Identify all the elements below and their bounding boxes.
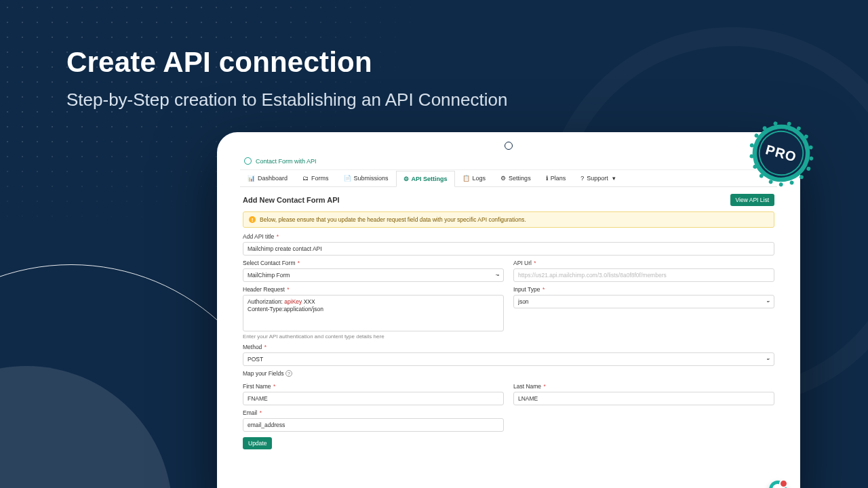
gear-icon: ⚙ [500,175,506,182]
info-icon: ℹ [546,175,548,182]
tab-dashboard[interactable]: 📊Dashboard [240,170,295,186]
api-url-label: API Url * [513,260,774,266]
api-title-input[interactable] [243,242,774,256]
api-title-label: Add API title * [243,233,774,240]
warning-icon [249,216,256,223]
method-label: Method * [243,344,774,350]
app-logo-icon [244,157,252,165]
tab-plans[interactable]: ℹPlans [538,170,574,186]
page-heading: Add New Contact Form API [243,196,340,204]
forms-icon: 🗂 [302,175,309,182]
svg-point-8 [806,166,811,171]
svg-point-12 [768,180,773,184]
tab-bar: 📊Dashboard 🗂Forms 📄Submissions ⚙API Sett… [240,170,777,187]
app-title: Contact Form with API [256,158,317,165]
input-type-label: Input Type * [513,286,774,293]
svg-point-7 [809,156,814,161]
first-name-input[interactable] [243,392,504,405]
app-screen: Contact Form with API 🔔 📊Dashboard 🗂Form… [240,154,777,488]
tab-support[interactable]: ?Support ▾ [573,170,623,186]
contact-form-label: Select Contact Form * [243,260,504,266]
svg-point-18 [762,126,767,131]
svg-point-19 [773,121,778,126]
last-name-input[interactable] [513,392,774,405]
tab-submissions[interactable]: 📄Submissions [336,170,396,186]
svg-point-4 [796,126,801,131]
laptop-frame: Contact Form with API 🔔 📊Dashboard 🗂Form… [217,132,800,488]
svg-point-10 [789,180,794,185]
api-url-input[interactable] [513,268,774,282]
submissions-icon: 📄 [344,175,351,182]
header-request-textarea[interactable]: Authorization: apiKey XXX Content-Type:a… [243,295,504,331]
pro-badge: PRO [743,115,820,192]
method-select[interactable]: POST [243,352,774,366]
svg-point-14 [753,164,757,169]
bar-chart-icon: 📊 [248,175,255,182]
view-api-list-button[interactable]: View API List [730,194,774,206]
last-name-label: Last Name * [513,383,774,390]
svg-point-6 [808,145,813,150]
header-help-text: Enter your API authentication and conten… [243,333,504,340]
alert-banner: Below, please ensure that you update the… [243,211,774,228]
svg-point-13 [759,174,764,178]
contact-form-select[interactable]: MailChimp Form [243,268,504,282]
hero-title: Create API connection [66,46,372,79]
svg-point-17 [754,133,759,138]
email-label: Email * [243,409,504,416]
svg-point-15 [749,154,754,159]
gear-icon: ⚙ [403,176,409,182]
tab-logs[interactable]: 📋Logs [455,170,494,186]
help-icon: ? [580,175,584,182]
email-input[interactable] [243,418,504,432]
tab-forms[interactable]: 🗂Forms [295,170,336,186]
svg-point-9 [799,175,804,180]
svg-point-5 [804,134,808,139]
app-header: Contact Form with API 🔔 [240,154,777,170]
first-name-label: First Name * [243,383,504,390]
svg-point-3 [787,121,791,126]
hero-subtitle: Step-by-Step creation to Establishing an… [66,89,507,110]
tab-api-settings[interactable]: ⚙API Settings [396,171,455,187]
header-request-label: Header Request * [243,286,504,293]
input-type-select[interactable]: json [513,295,774,308]
tab-settings[interactable]: ⚙Settings [493,170,538,186]
map-fields-label: Map your Fields ? [243,370,774,377]
svg-point-16 [749,143,754,148]
update-button[interactable]: Update [243,437,272,449]
help-icon[interactable]: ? [285,370,292,377]
svg-point-11 [778,182,783,187]
chat-widget-icon[interactable] [769,481,777,488]
logs-icon: 📋 [462,175,470,182]
